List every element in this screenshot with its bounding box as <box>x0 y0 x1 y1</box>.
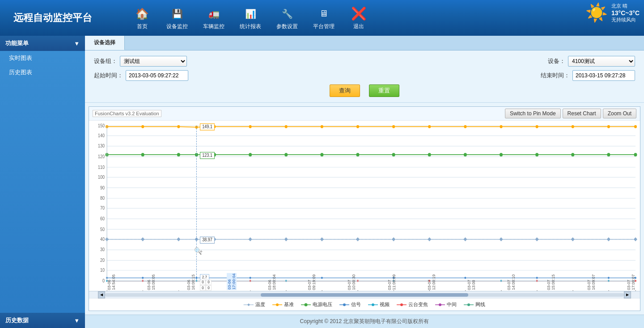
svg-text:0: 0 <box>208 285 210 290</box>
app-title: 远程自动监控平台 <box>4 11 101 25</box>
svg-text:50: 50 <box>100 227 105 232</box>
start-time-label: 起始时间： <box>94 71 123 80</box>
chart-svg: 0 10 20 30 40 50 60 70 80 90 100 110 120… <box>89 121 640 291</box>
chart-header: FusionCharts v3.2 Evaluation Switch to P… <box>89 107 640 121</box>
copyright-text: Copyright © 2012 北京聚英朝翔电子有限公司版权所有 <box>300 318 429 324</box>
svg-point-88 <box>321 277 323 279</box>
legend-ptz-label: 云台变焦 <box>408 301 428 308</box>
legend-power-icon <box>301 303 311 307</box>
sidebar-spacer <box>0 80 85 313</box>
sidebar-section-chart[interactable]: 功能菜单 ▼ <box>0 36 85 51</box>
svg-point-44 <box>464 125 466 128</box>
legend-video-label: 视频 <box>380 301 390 308</box>
device-select[interactable]: 4100测试 <box>568 56 635 67</box>
svg-point-61 <box>464 153 467 156</box>
svg-text:0: 0 <box>202 280 204 285</box>
weather-desc: 无持续风向 <box>611 17 640 23</box>
svg-point-46 <box>536 125 538 128</box>
reset-form-button[interactable]: 重置 <box>369 84 399 97</box>
nav-logout[interactable]: ❌ 退出 <box>344 4 373 33</box>
legend-cable: 网线 <box>464 301 485 308</box>
sidebar-section-history[interactable]: 历史数据 ▼ <box>0 313 85 328</box>
svg-point-35 <box>177 125 180 128</box>
svg-point-40 <box>321 125 323 128</box>
nav-param-settings[interactable]: 🔧 参数设置 <box>271 4 303 33</box>
nav-bar: 🏠 首页 💾 设备监控 🚛 车辆监控 📊 统计报表 🔧 参数设置 🖥 平台管理 … <box>128 4 640 33</box>
form-row-2: 起始时间： 结束时间： <box>94 70 635 81</box>
form-row-1: 设备组： 测试组 设备： 4100测试 <box>94 56 635 67</box>
svg-point-56 <box>284 153 288 156</box>
scrollbar-left-arrow[interactable]: ◀ <box>98 291 105 299</box>
end-time-label: 结束时间： <box>541 71 570 80</box>
svg-point-158 <box>439 303 441 306</box>
scrollbar-thumb[interactable] <box>261 293 468 297</box>
sidebar-collapse-icon2: ▼ <box>74 317 80 324</box>
svg-point-93 <box>635 277 636 279</box>
svg-point-39 <box>285 125 288 128</box>
legend-cable-icon <box>464 303 474 307</box>
svg-text:110: 110 <box>98 164 105 170</box>
nav-vehicle-monitor[interactable]: 🚛 车辆监控 <box>198 4 230 33</box>
reset-chart-button[interactable]: Reset Chart <box>563 109 601 118</box>
device-group-label: 设备组： <box>94 57 117 65</box>
nav-platform-mgmt-label: 平台管理 <box>313 23 335 30</box>
sidebar-item-realtime-chart[interactable]: 实时图表 <box>0 51 85 65</box>
scrollbar-right-arrow[interactable]: ▶ <box>624 291 631 299</box>
start-time-input[interactable] <box>126 70 188 81</box>
svg-point-43 <box>428 125 431 128</box>
svg-point-48 <box>607 125 610 128</box>
legend-middle-icon <box>435 303 445 307</box>
weather-location: 北京 晴 <box>611 3 640 9</box>
stats-report-icon: 📊 <box>242 6 259 22</box>
svg-point-59 <box>392 153 395 156</box>
sidebar: 功能菜单 ▼ 实时图表 历史图表 历史数据 ▼ <box>0 36 85 328</box>
nav-platform-mgmt[interactable]: 🖥 平台管理 <box>308 4 340 33</box>
svg-point-51 <box>141 153 144 156</box>
legend-ptz-icon <box>397 303 407 307</box>
svg-point-64 <box>571 153 574 156</box>
tab-device-select[interactable]: 设备选择 <box>85 36 125 50</box>
sidebar-item-history-chart[interactable]: 历史图表 <box>0 65 85 80</box>
svg-point-66 <box>634 153 637 156</box>
nav-device-monitor[interactable]: 💾 设备监控 <box>161 4 193 33</box>
svg-point-38 <box>249 125 252 128</box>
svg-point-57 <box>320 153 323 156</box>
legend-video-icon <box>368 303 378 307</box>
nav-param-settings-label: 参数设置 <box>276 23 298 30</box>
nav-home[interactable]: 🏠 首页 <box>128 4 157 33</box>
chart-svg-area[interactable]: 0 10 20 30 40 50 60 70 80 90 100 110 120… <box>89 121 640 291</box>
svg-point-58 <box>356 153 359 156</box>
svg-point-65 <box>607 153 610 156</box>
zoom-out-button[interactable]: Zoom Out <box>603 109 636 118</box>
svg-text:+: + <box>199 248 203 254</box>
chart-brand: FusionCharts v3.2 Evaluation <box>93 110 161 117</box>
sidebar-section-chart-label: 功能菜单 <box>5 39 29 47</box>
weather-info: 北京 晴 13°C~3°C 无持续风向 <box>611 3 640 23</box>
nav-stats-report[interactable]: 📊 统计报表 <box>234 4 267 33</box>
end-time-input[interactable] <box>572 70 635 81</box>
svg-text:120: 120 <box>98 154 105 160</box>
svg-text:0: 0 <box>202 285 204 290</box>
nav-stats-report-label: 统计报表 <box>240 23 261 30</box>
content-area: 设备选择 设备组： 测试组 设备： 4100测试 <box>85 36 644 328</box>
legend-base-label: 基准 <box>284 301 294 308</box>
svg-text:90: 90 <box>100 185 105 190</box>
weather-widget: ☀️ 北京 晴 13°C~3°C 无持续风向 <box>585 2 640 23</box>
svg-text:0: 0 <box>208 280 210 285</box>
device-group-select[interactable]: 测试组 <box>120 56 187 67</box>
svg-point-49 <box>634 125 637 128</box>
svg-point-62 <box>500 153 503 156</box>
chart-scrollbar[interactable]: ◀ ▶ <box>89 291 640 298</box>
query-button[interactable]: 查询 <box>330 84 360 97</box>
weather-icon: ☀️ <box>585 2 608 23</box>
switch-pin-mode-button[interactable]: Switch to Pin Mode <box>505 109 561 118</box>
nav-home-label: 首页 <box>137 23 148 30</box>
nav-vehicle-monitor-label: 车辆监控 <box>203 23 225 30</box>
legend-base: 基准 <box>272 301 294 308</box>
tab-bar: 设备选择 <box>85 36 644 50</box>
svg-text:20: 20 <box>100 258 105 263</box>
nav-logout-label: 退出 <box>353 23 364 30</box>
header: 远程自动监控平台 🏠 首页 💾 设备监控 🚛 车辆监控 📊 统计报表 🔧 参数设… <box>0 0 644 36</box>
scrollbar-track[interactable] <box>105 293 624 297</box>
svg-point-87 <box>250 277 251 279</box>
